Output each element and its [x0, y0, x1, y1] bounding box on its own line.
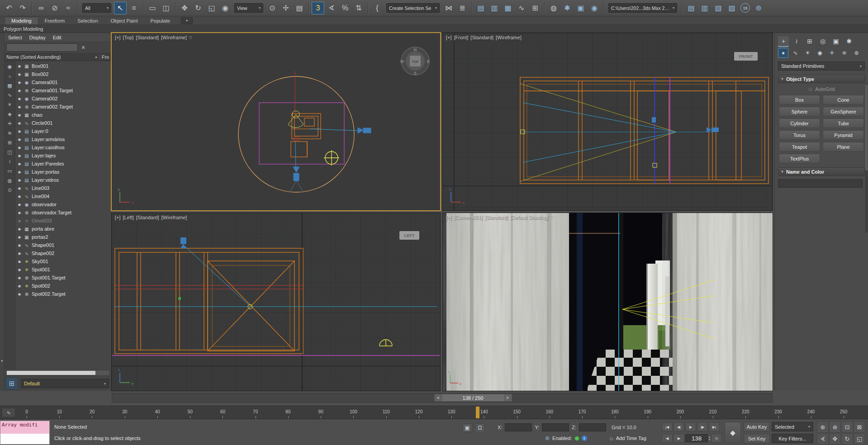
- bind-to-spacewarp-icon[interactable]: ≈: [62, 2, 75, 14]
- list-item[interactable]: ◉☀Sky001: [15, 257, 111, 265]
- visibility-icon[interactable]: ◉: [17, 89, 22, 93]
- top_right-label-part-1[interactable]: [Front]: [454, 35, 469, 40]
- project-folder-dropdown[interactable]: C:\Users\202...3ds Max 2023▾: [608, 3, 677, 13]
- show-groups-icon[interactable]: ⊞: [5, 138, 14, 147]
- visibility-icon[interactable]: ◉: [17, 113, 22, 117]
- time-configuration-button[interactable]: ◷: [711, 434, 722, 443]
- auto-key-button[interactable]: Auto Key: [744, 422, 770, 431]
- orbit-icon[interactable]: ↻: [841, 433, 853, 445]
- bottom_right-label-part-1[interactable]: [Camera001]: [454, 215, 483, 220]
- category-dropdown[interactable]: Standard Primitives ▾: [778, 62, 865, 71]
- edit-named-selection-sets-icon[interactable]: {: [371, 2, 384, 14]
- keyboard-override-icon[interactable]: ▤: [293, 2, 306, 14]
- show-shapes-icon[interactable]: ∿: [5, 91, 14, 99]
- visibility-icon[interactable]: ◉: [17, 80, 22, 85]
- field-of-view-icon[interactable]: ∢: [817, 433, 829, 445]
- compass-north[interactable]: N: [414, 47, 417, 52]
- visibility-icon[interactable]: ◉: [17, 235, 22, 239]
- frame-number-field[interactable]: [685, 434, 708, 442]
- primitive-button-torus[interactable]: Torus: [779, 130, 820, 140]
- render-setup-icon[interactable]: ✱: [561, 2, 574, 14]
- list-item[interactable]: ◉▦portas2: [15, 233, 111, 241]
- ribbon-display-options-button[interactable]: ▾: [181, 17, 193, 24]
- bottom_right-label-part-3[interactable]: [Default Shading]: [510, 215, 548, 220]
- tab-object-paint[interactable]: Object Paint: [104, 17, 144, 24]
- command-panel-scrollbar[interactable]: [865, 84, 868, 233]
- visibility-icon[interactable]: ◉: [17, 243, 22, 247]
- sort-ascending-icon[interactable]: ▲: [95, 55, 98, 58]
- open-container-explorer-icon[interactable]: ▧: [712, 2, 725, 14]
- snaps-toggle-icon[interactable]: 3: [312, 2, 324, 14]
- spinner-down-icon[interactable]: ▾: [709, 439, 710, 441]
- front-viewport-canvas[interactable]: FRONT x z: [443, 33, 773, 210]
- top_left-label-part-1[interactable]: [Top]: [123, 35, 134, 40]
- expand-panel-arrow[interactable]: ▸: [0, 356, 5, 365]
- visibility-icon[interactable]: ◉: [17, 154, 22, 158]
- previous-frame-button[interactable]: ◀|: [674, 422, 684, 431]
- top-viewport-canvas[interactable]: TOP N W E S x y: [112, 33, 440, 210]
- visibility-icon[interactable]: ◉: [17, 227, 22, 231]
- horizontal-scrollbar[interactable]: [6, 370, 110, 376]
- visibility-icon[interactable]: ◉: [17, 97, 22, 101]
- next-frame-button[interactable]: |▶: [697, 422, 708, 431]
- object-type-rollout[interactable]: ▼ Object Type: [778, 75, 865, 83]
- bottom_left-label-part-2[interactable]: [Standard]: [136, 215, 159, 220]
- open-state-sets-icon[interactable]: ▨: [726, 2, 738, 14]
- hierarchy-tab[interactable]: ⊞: [804, 36, 815, 46]
- go-to-start-button[interactable]: |◀: [662, 422, 673, 431]
- top_right-label-part-0[interactable]: [+]: [446, 35, 452, 40]
- list-item[interactable]: ◉∿Line004: [15, 192, 111, 200]
- visibility-icon[interactable]: ◉: [17, 64, 22, 68]
- visibility-icon[interactable]: ◉: [17, 276, 22, 280]
- top_left-label-part-3[interactable]: [Wireframe]: [161, 35, 187, 40]
- select-and-link-icon[interactable]: ∞: [35, 2, 47, 14]
- progressive-display-icon[interactable]: ⊚: [545, 435, 550, 441]
- compass-south[interactable]: S: [414, 71, 417, 76]
- list-column-header[interactable]: Name (Sorted Ascending) ▲ Fro: [5, 53, 111, 61]
- visibility-icon[interactable]: ◉: [17, 260, 22, 264]
- list-item[interactable]: ◉▦Box001: [15, 62, 111, 70]
- visibility-icon[interactable]: ◉: [17, 72, 22, 76]
- timeline-ruler[interactable]: ∿ 01020304050607080901001101201301401501…: [0, 406, 868, 419]
- display-tab[interactable]: ▣: [830, 36, 841, 46]
- compass-east[interactable]: E: [427, 59, 430, 64]
- utilities-tab[interactable]: ✱: [844, 36, 854, 46]
- mirror-icon[interactable]: ⋈: [442, 2, 455, 14]
- autodesk-account-icon[interactable]: ⊚: [752, 2, 765, 14]
- maxscript-mini-listener[interactable]: Array modifi: [0, 421, 50, 445]
- x-coordinate-field[interactable]: [505, 423, 532, 431]
- viewport-layout-button[interactable]: ⊞: [5, 377, 18, 390]
- list-item[interactable]: ◉☀Spot002: [15, 282, 111, 290]
- z-coordinate-field[interactable]: [579, 423, 606, 431]
- next-key-button[interactable]: ▶: [674, 434, 684, 443]
- zoom-extents-icon[interactable]: ⊡: [841, 421, 853, 433]
- top_left-label-part-0[interactable]: [+]: [115, 35, 121, 40]
- pin-explorer-icon[interactable]: ⊙: [5, 186, 14, 194]
- clear-search-icon[interactable]: ✕: [80, 45, 86, 51]
- cameras-subtab[interactable]: ◉: [815, 48, 825, 58]
- redo-icon[interactable]: ↷: [16, 2, 29, 14]
- menu-select[interactable]: Select: [8, 35, 22, 40]
- zoom-extents-all-icon[interactable]: ⊠: [854, 421, 865, 433]
- spinner-up-icon[interactable]: ▴: [709, 436, 710, 438]
- toggle-ribbon-icon[interactable]: ▦: [502, 2, 514, 14]
- viewport-top[interactable]: TOP N W E S x y [+][Top][Standard][Wiref…: [112, 33, 440, 210]
- scrollbar-thumb[interactable]: [865, 85, 868, 170]
- select-by-name-icon[interactable]: ≡: [128, 2, 140, 14]
- list-item[interactable]: ◉∿Line003: [15, 184, 111, 192]
- y-coordinate-field[interactable]: [542, 423, 569, 431]
- bottom_left-label-part-0[interactable]: [+]: [115, 215, 121, 220]
- modify-tab[interactable]: ≀: [791, 36, 802, 46]
- show-all-icon[interactable]: ◉: [5, 62, 14, 71]
- schematic-view-icon[interactable]: ⊞: [529, 2, 541, 14]
- angle-snap-icon[interactable]: ∢: [325, 2, 338, 14]
- list-item[interactable]: ◉▤Layer:armários: [15, 135, 111, 143]
- show-materials-icon[interactable]: ◍: [5, 176, 14, 185]
- bottom_right-label-part-0[interactable]: [+]: [446, 215, 452, 220]
- list-item[interactable]: ◉☀Spot001: [15, 265, 111, 274]
- show-containers-icon[interactable]: ▭: [5, 167, 14, 175]
- visibility-icon[interactable]: ◉: [17, 170, 22, 174]
- named-selection-sets-dropdown[interactable]: Create Selection Se▾: [386, 3, 440, 13]
- primitive-button-tube[interactable]: Tube: [823, 118, 864, 128]
- toggle-layer-explorer-icon[interactable]: ▥: [488, 2, 501, 14]
